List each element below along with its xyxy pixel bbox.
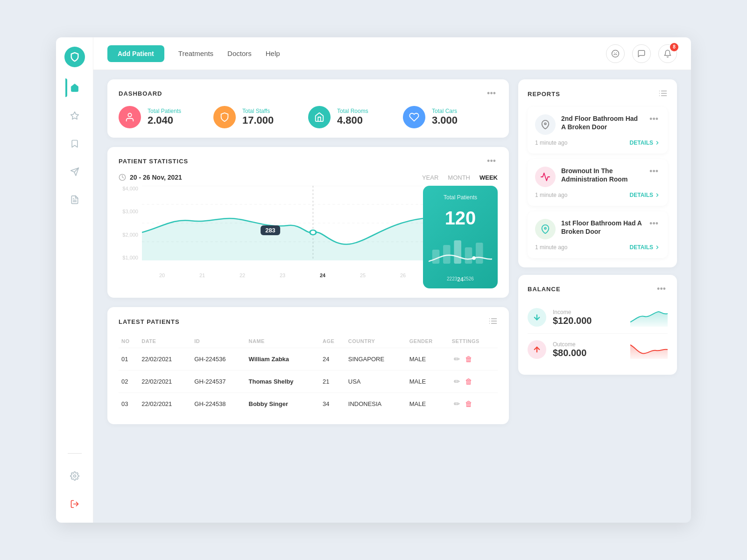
income-chart <box>630 308 668 327</box>
report2-details-button[interactable]: DETAILS <box>630 192 660 198</box>
mood-icon-button[interactable] <box>606 44 625 63</box>
patient-stats-title: PATIENT STATISTICS <box>119 158 188 165</box>
tp-x-23: 23 <box>452 276 457 283</box>
add-patient-button[interactable]: Add Patient <box>107 45 164 62</box>
y-label-1000: $1,000 <box>119 255 138 260</box>
row2-gender: MALE <box>407 371 449 393</box>
sidebar-divider <box>68 453 82 454</box>
svg-rect-22 <box>476 243 483 264</box>
report-item-2: Brownout In The Administration Room ••• … <box>528 159 668 206</box>
patient-stats-menu-button[interactable]: ••• <box>485 156 498 166</box>
balance-menu-button[interactable]: ••• <box>655 284 668 294</box>
row1-edit-button[interactable]: ✏ <box>452 354 462 364</box>
sidebar-item-star[interactable] <box>65 106 84 125</box>
staffs-label: Total Staffs <box>242 108 274 114</box>
chart-date-text: 20 - 26 Nov, 2021 <box>130 174 182 181</box>
report2-time: 1 minute ago <box>535 192 567 198</box>
sidebar-item-bookmark[interactable] <box>65 134 84 153</box>
row1-name: William Zabka <box>246 348 320 371</box>
notification-badge: 8 <box>670 43 678 51</box>
svg-point-17 <box>310 230 316 235</box>
report3-menu-button[interactable]: ••• <box>648 219 660 229</box>
sidebar-item-send[interactable] <box>65 162 84 181</box>
table-row: 02 22/02/2021 GH-224537 Thomas Shelby 21… <box>119 371 498 393</box>
row1-id: GH-224536 <box>191 348 246 371</box>
report1-icon <box>535 114 556 135</box>
svg-point-37 <box>544 227 546 229</box>
report-item-1: 2nd Floor Bathroom Had A Broken Door •••… <box>528 107 668 154</box>
nav-treatments[interactable]: Treatments <box>178 49 213 57</box>
col-country: COUNTRY <box>345 335 407 348</box>
chart-tab-week[interactable]: WEEK <box>479 174 498 181</box>
row3-delete-button[interactable]: 🗑 <box>463 399 474 409</box>
x-label-25: 25 <box>360 273 366 278</box>
row2-id: GH-224537 <box>191 371 246 393</box>
report1-details-button[interactable]: DETAILS <box>630 140 660 146</box>
total-patients-x-labels: 22 23 24 25 26 <box>447 276 474 283</box>
chart-header: 20 - 26 Nov, 2021 YEAR MONTH WEEK <box>119 174 498 181</box>
chat-icon-button[interactable] <box>632 44 651 63</box>
table-row: 03 22/02/2021 GH-224538 Bobby Singer 34 … <box>119 393 498 415</box>
dashboard-menu-button[interactable]: ••• <box>485 89 498 98</box>
report1-menu-button[interactable]: ••• <box>648 114 660 124</box>
row1-gender: MALE <box>407 348 449 371</box>
row3-edit-button[interactable]: ✏ <box>452 399 462 409</box>
nav-help[interactable]: Help <box>266 49 280 57</box>
col-name: NAME <box>246 335 320 348</box>
sidebar-nav <box>65 78 84 446</box>
row2-date: 22/02/2021 <box>139 371 191 393</box>
nav-doctors[interactable]: Doctors <box>227 49 252 57</box>
row2-edit-button[interactable]: ✏ <box>452 376 462 387</box>
row1-delete-button[interactable]: 🗑 <box>463 354 474 364</box>
topnav: Add Patient Treatments Doctors Help <box>93 37 691 70</box>
rooms-icon <box>308 106 331 128</box>
sidebar-item-logout[interactable] <box>65 495 84 513</box>
outcome-icon <box>528 340 546 359</box>
chart-y-axis: $4,000 $3,000 $2,000 $1,000 <box>119 186 142 270</box>
latest-patients-card: LATEST PATIENTS NO DATE <box>107 307 509 424</box>
svg-point-10 <box>128 113 131 117</box>
row3-name: Bobby Singer <box>246 393 320 415</box>
left-panel: DASHBOARD ••• Total Patients <box>107 79 509 513</box>
report3-details-button[interactable]: DETAILS <box>630 244 660 251</box>
outcome-chart <box>630 340 668 359</box>
total-patients-card: Total Patients 120 <box>423 186 498 288</box>
app-logo[interactable] <box>64 47 85 67</box>
tp-x-24: 24 <box>457 276 463 283</box>
row3-age: 34 <box>320 393 345 415</box>
report-item-3: 1st Floor Bathroom Had A Broken Door •••… <box>528 211 668 258</box>
tp-x-22: 22 <box>447 276 452 283</box>
chart-tab-year[interactable]: YEAR <box>422 174 438 181</box>
row3-no: 03 <box>119 393 139 415</box>
row2-delete-button[interactable]: 🗑 <box>463 377 474 387</box>
balance-header: BALANCE ••• <box>528 284 668 294</box>
row3-date: 22/02/2021 <box>139 393 191 415</box>
total-patients-mini-chart <box>429 236 492 268</box>
stat-patients: Total Patients 2.040 <box>119 106 213 128</box>
total-patients-label: Total Patients <box>444 194 477 201</box>
latest-patients-title: LATEST PATIENTS <box>119 318 180 325</box>
col-gender: GENDER <box>407 335 449 348</box>
main-area: Add Patient Treatments Doctors Help <box>93 37 691 523</box>
income-value: $120.000 <box>553 315 592 326</box>
patient-statistics-card: PATIENT STATISTICS ••• 20 - 26 Nov, 2021… <box>107 147 509 298</box>
notification-icon-button[interactable]: 8 <box>658 44 677 63</box>
report2-icon <box>535 167 556 187</box>
report2-menu-button[interactable]: ••• <box>648 167 660 176</box>
row3-id: GH-224538 <box>191 393 246 415</box>
reports-filter-button[interactable] <box>658 89 668 99</box>
patients-label: Total Patients <box>148 108 181 114</box>
reports-section: REPORTS <box>518 79 677 267</box>
sidebar-item-document[interactable] <box>65 190 84 209</box>
topnav-right: 8 <box>606 44 677 63</box>
latest-patients-filter-button[interactable] <box>488 316 498 327</box>
chart-tab-month[interactable]: MONTH <box>448 174 470 181</box>
report3-title: 1st Floor Bathroom Had A Broken Door <box>561 219 642 236</box>
report1-title: 2nd Floor Bathroom Had A Broken Door <box>561 114 642 131</box>
y-label-4000: $4,000 <box>119 186 138 191</box>
row1-actions: ✏ 🗑 <box>449 348 498 371</box>
sidebar-bottom <box>65 449 84 513</box>
sidebar-item-home[interactable] <box>65 78 84 97</box>
sidebar-item-settings[interactable] <box>65 467 84 485</box>
balance-income: Income $120.000 <box>528 301 668 334</box>
